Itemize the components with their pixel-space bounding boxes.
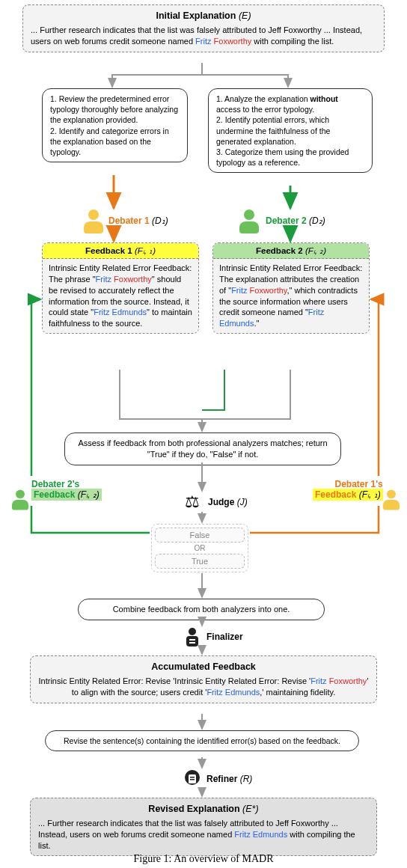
finalizer-label: Finalizer xyxy=(206,632,243,642)
debater2-label: Debater 2 (D₂) xyxy=(266,216,325,226)
debater1-prompt: 1. Review the predetermined error typolo… xyxy=(42,88,188,162)
accum-body: Intrinsic Entity Related Error: Revise '… xyxy=(38,676,369,698)
revised-title: Revised Explanation (E*) xyxy=(38,803,369,816)
debater1-label: Debater 1 (D₁) xyxy=(108,216,168,226)
svg-rect-2 xyxy=(189,639,195,641)
feedback2-header: Feedback 2 (Fᵢ, ₂) xyxy=(213,243,369,259)
judge-icon: ⚖ xyxy=(181,492,204,512)
feedback1-box: Feedback 1 (Fᵢ, ₁) Intrinsic Entity Rela… xyxy=(42,242,199,334)
initial-title: Initial Explanation (E) xyxy=(31,10,376,22)
deb2-feedback-label: Debater 2's Feedback (Fᵢ, ₂) xyxy=(31,479,102,501)
initial-body: ... Further research indicates that the … xyxy=(31,25,376,47)
revised-explanation-box: Revised Explanation (E*) ... Further res… xyxy=(30,798,377,856)
or-label: OR xyxy=(155,542,245,554)
svg-rect-6 xyxy=(190,777,195,778)
debater1-icon xyxy=(84,210,103,233)
judge-label: Judge (J) xyxy=(208,497,248,507)
debater2-icon xyxy=(239,210,259,233)
true-false-container: False OR True xyxy=(151,524,248,572)
deb1-feedback-label: Debater 1's Feedback (Fᵢ, ₁) xyxy=(313,479,383,501)
debater2-small-icon xyxy=(12,489,28,510)
svg-rect-1 xyxy=(186,636,198,647)
feedback2-body: Intrinsic Entity Related Error Feedback:… xyxy=(213,259,369,333)
feedback1-body: Intrinsic Entity Related Error Feedback:… xyxy=(43,259,198,333)
accum-title: Accumulated Feedback xyxy=(38,661,369,673)
feedback1-header: Feedback 1 (Fᵢ, ₁) xyxy=(43,243,198,259)
svg-rect-7 xyxy=(190,779,195,780)
feedback2-box: Feedback 2 (Fᵢ, ₂) Intrinsic Entity Rela… xyxy=(212,242,370,334)
combine-box: Combine feedback from both analyzers int… xyxy=(78,599,325,620)
debater1-small-icon xyxy=(383,489,400,510)
figure-caption: Figure 1: An overview of MADR xyxy=(0,853,407,865)
finalizer-icon xyxy=(184,627,201,648)
refiner-icon xyxy=(184,769,201,790)
svg-point-0 xyxy=(189,628,196,635)
accumulated-feedback-box: Accumulated Feedback Intrinsic Entity Re… xyxy=(30,655,377,703)
svg-rect-3 xyxy=(189,642,195,644)
false-box: False xyxy=(155,528,245,542)
refiner-label: Refiner (R) xyxy=(206,774,252,784)
true-box: True xyxy=(155,554,245,569)
debater2-prompt: 1. Analyze the explanation without acces… xyxy=(208,88,373,173)
assess-box: Assess if feedback from both professiona… xyxy=(64,433,341,465)
revised-body: ... Further research indicates that the … xyxy=(38,818,369,852)
initial-explanation-box: Initial Explanation (E) ... Further rese… xyxy=(22,4,385,52)
revise-box: Revise the sentence(s) containing the id… xyxy=(45,730,359,751)
